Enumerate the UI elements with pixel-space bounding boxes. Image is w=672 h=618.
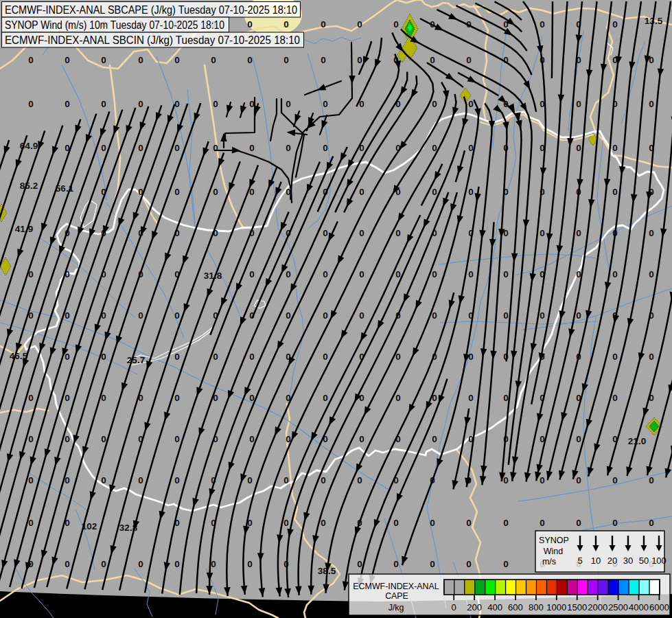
svg-text:0: 0 xyxy=(247,559,253,569)
svg-text:0: 0 xyxy=(432,269,437,279)
svg-text:0: 0 xyxy=(359,310,364,321)
svg-text:0: 0 xyxy=(174,143,180,153)
svg-text:0: 0 xyxy=(576,143,581,153)
svg-text:0: 0 xyxy=(101,99,106,109)
svg-text:0: 0 xyxy=(28,518,34,528)
svg-text:50: 50 xyxy=(639,556,649,566)
svg-text:0: 0 xyxy=(28,434,34,444)
svg-text:0: 0 xyxy=(540,310,545,321)
svg-text:2500: 2500 xyxy=(608,602,628,613)
svg-text:SYNOP: SYNOP xyxy=(539,536,569,545)
svg-text:0: 0 xyxy=(503,269,509,279)
svg-text:0: 0 xyxy=(101,55,106,65)
svg-text:10: 10 xyxy=(591,556,601,566)
svg-text:0: 0 xyxy=(174,352,180,362)
svg-text:0: 0 xyxy=(286,310,291,321)
svg-text:0: 0 xyxy=(101,475,106,485)
svg-text:0: 0 xyxy=(65,310,70,321)
svg-text:400: 400 xyxy=(487,602,502,613)
svg-text:m/s: m/s xyxy=(542,557,556,566)
svg-text:0: 0 xyxy=(503,559,509,569)
svg-text:30: 30 xyxy=(623,556,633,566)
svg-text:0: 0 xyxy=(468,143,474,153)
svg-text:0: 0 xyxy=(65,55,70,65)
svg-text:Wind: Wind xyxy=(544,547,564,556)
svg-text:0: 0 xyxy=(357,559,362,569)
svg-text:0: 0 xyxy=(323,143,328,153)
svg-text:0: 0 xyxy=(101,434,106,444)
svg-text:0: 0 xyxy=(452,602,456,613)
svg-text:0: 0 xyxy=(540,518,545,528)
svg-text:0: 0 xyxy=(174,99,180,109)
svg-text:20: 20 xyxy=(607,556,617,566)
svg-text:0: 0 xyxy=(247,475,253,485)
svg-text:0: 0 xyxy=(395,393,401,403)
svg-text:41.9: 41.9 xyxy=(15,224,33,234)
svg-text:0: 0 xyxy=(468,352,474,362)
svg-text:0: 0 xyxy=(138,143,143,153)
svg-text:0: 0 xyxy=(432,434,437,444)
svg-text:0: 0 xyxy=(283,19,289,30)
svg-text:0: 0 xyxy=(468,99,474,109)
svg-text:0: 0 xyxy=(213,99,218,109)
svg-text:0: 0 xyxy=(503,518,509,528)
svg-text:0: 0 xyxy=(393,518,399,528)
svg-text:0: 0 xyxy=(612,19,618,30)
svg-text:0: 0 xyxy=(28,55,34,65)
svg-text:ECMWF-INDEX-ANAL SBCAPE (J/kg): ECMWF-INDEX-ANAL SBCAPE (J/kg) Tuesday 0… xyxy=(5,4,297,16)
svg-text:0: 0 xyxy=(65,99,70,109)
svg-text:0: 0 xyxy=(540,19,545,30)
svg-text:0: 0 xyxy=(432,187,437,197)
svg-text:0: 0 xyxy=(649,518,654,528)
svg-text:0: 0 xyxy=(357,55,362,65)
svg-text:0: 0 xyxy=(503,393,509,403)
svg-text:0: 0 xyxy=(323,352,328,362)
svg-text:0: 0 xyxy=(323,99,328,109)
svg-text:ECMWF-INDEX-ANAL: ECMWF-INDEX-ANAL xyxy=(353,582,439,591)
svg-text:0: 0 xyxy=(612,187,618,197)
svg-text:1000: 1000 xyxy=(546,602,566,613)
svg-text:0: 0 xyxy=(286,99,291,109)
svg-text:0: 0 xyxy=(649,475,654,485)
svg-text:0: 0 xyxy=(612,143,618,153)
svg-text:0: 0 xyxy=(576,99,581,109)
svg-text:5: 5 xyxy=(577,556,582,566)
svg-text:0: 0 xyxy=(466,518,472,528)
svg-text:CAPE: CAPE xyxy=(385,591,408,601)
svg-text:0: 0 xyxy=(138,55,143,65)
svg-text:0: 0 xyxy=(65,393,70,403)
svg-text:0: 0 xyxy=(432,99,437,109)
svg-text:0: 0 xyxy=(466,55,472,65)
svg-text:0: 0 xyxy=(323,393,328,403)
svg-text:0: 0 xyxy=(612,352,618,362)
svg-text:0: 0 xyxy=(174,310,180,321)
svg-text:0: 0 xyxy=(359,393,364,403)
svg-text:0: 0 xyxy=(359,269,364,279)
svg-text:0: 0 xyxy=(468,187,474,197)
svg-text:0: 0 xyxy=(174,55,180,65)
svg-text:0: 0 xyxy=(174,475,180,485)
svg-text:85.2: 85.2 xyxy=(20,181,38,191)
svg-text:0: 0 xyxy=(649,99,654,109)
svg-text:0: 0 xyxy=(211,559,216,569)
svg-text:0: 0 xyxy=(283,475,289,485)
svg-text:31.8: 31.8 xyxy=(204,271,222,281)
svg-text:0: 0 xyxy=(138,99,143,109)
svg-text:0: 0 xyxy=(612,393,618,403)
svg-text:0: 0 xyxy=(138,310,143,321)
svg-text:0: 0 xyxy=(249,99,255,109)
svg-text:0: 0 xyxy=(211,55,216,65)
svg-text:0: 0 xyxy=(323,310,328,321)
svg-text:0: 0 xyxy=(576,434,581,444)
svg-text:SYNOP Wind (m/s) 10m Tuesday 0: SYNOP Wind (m/s) 10m Tuesday 07-10-2025 … xyxy=(5,19,224,31)
svg-text:0: 0 xyxy=(101,143,106,153)
svg-text:0: 0 xyxy=(430,559,435,569)
svg-text:0: 0 xyxy=(395,228,401,238)
svg-text:0: 0 xyxy=(321,475,326,485)
svg-text:6000: 6000 xyxy=(649,602,669,613)
svg-text:0: 0 xyxy=(283,518,289,528)
svg-text:0: 0 xyxy=(359,434,364,444)
svg-text:200: 200 xyxy=(467,602,482,613)
svg-text:0: 0 xyxy=(65,559,70,569)
svg-text:0: 0 xyxy=(466,559,472,569)
